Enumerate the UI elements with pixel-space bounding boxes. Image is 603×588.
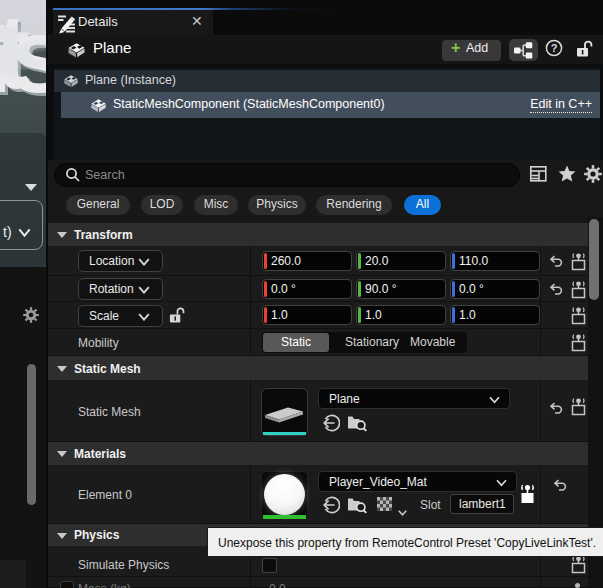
svg-text:?: ? bbox=[551, 42, 558, 54]
